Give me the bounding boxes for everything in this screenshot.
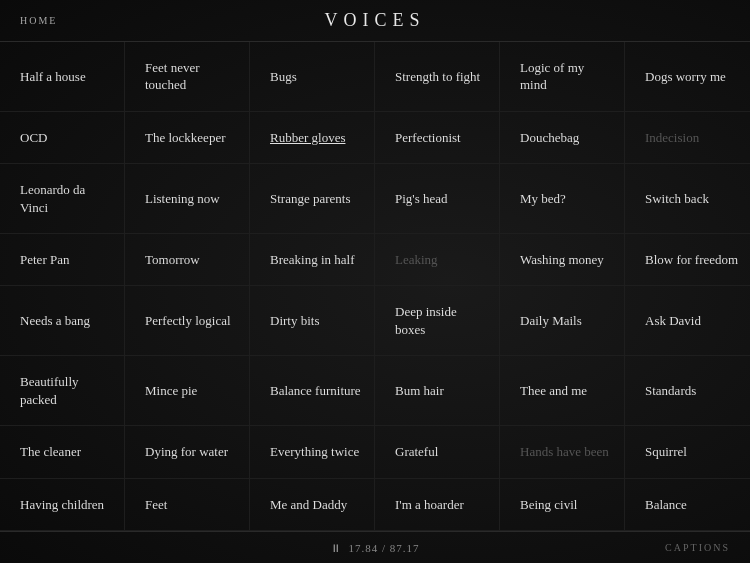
captions-button[interactable]: CAPTIONS: [665, 542, 730, 553]
track-cell[interactable]: Strength to fight: [375, 42, 500, 112]
pause-icon[interactable]: ⏸: [330, 542, 342, 554]
track-cell[interactable]: Deep inside boxes: [375, 286, 500, 356]
track-cell[interactable]: Hands have been: [500, 426, 625, 478]
track-cell[interactable]: Douchebag: [500, 112, 625, 164]
track-cell[interactable]: Balance: [625, 479, 750, 531]
track-cell[interactable]: Being civil: [500, 479, 625, 531]
track-cell[interactable]: Pig's head: [375, 164, 500, 234]
track-cell[interactable]: Ask David: [625, 286, 750, 356]
track-cell[interactable]: Beautifully packed: [0, 356, 125, 426]
track-cell[interactable]: Blow for freedom: [625, 234, 750, 286]
home-link[interactable]: HOME: [20, 15, 57, 26]
track-cell[interactable]: Dying for water: [125, 426, 250, 478]
track-cell[interactable]: Dirty bits: [250, 286, 375, 356]
track-cell[interactable]: Half a house: [0, 42, 125, 112]
track-cell[interactable]: Me and Daddy: [250, 479, 375, 531]
app-container: HOME VOICES Half a houseFeet never touch…: [0, 0, 750, 563]
track-cell[interactable]: Tomorrow: [125, 234, 250, 286]
track-cell[interactable]: Balance furniture: [250, 356, 375, 426]
track-cell[interactable]: Everything twice: [250, 426, 375, 478]
track-cell[interactable]: Logic of my mind: [500, 42, 625, 112]
track-cell[interactable]: Standards: [625, 356, 750, 426]
track-cell[interactable]: The lockkeeper: [125, 112, 250, 164]
timecode-value: 17.84 / 87.17: [348, 542, 419, 554]
track-cell[interactable]: Needs a bang: [0, 286, 125, 356]
track-cell[interactable]: Having children: [0, 479, 125, 531]
track-cell[interactable]: Breaking in half: [250, 234, 375, 286]
track-cell[interactable]: Thee and me: [500, 356, 625, 426]
track-cell[interactable]: Leaking: [375, 234, 500, 286]
track-cell[interactable]: Bum hair: [375, 356, 500, 426]
track-cell[interactable]: Daily Mails: [500, 286, 625, 356]
track-cell[interactable]: Leonardo da Vinci: [0, 164, 125, 234]
tracks-grid: Half a houseFeet never touchedBugsStreng…: [0, 42, 750, 531]
track-cell[interactable]: Listening now: [125, 164, 250, 234]
track-cell[interactable]: Washing money: [500, 234, 625, 286]
track-cell[interactable]: Switch back: [625, 164, 750, 234]
track-cell[interactable]: Perfectionist: [375, 112, 500, 164]
track-cell[interactable]: Bugs: [250, 42, 375, 112]
track-cell[interactable]: Strange parents: [250, 164, 375, 234]
track-cell[interactable]: Peter Pan: [0, 234, 125, 286]
track-cell[interactable]: Grateful: [375, 426, 500, 478]
track-cell[interactable]: Indecision: [625, 112, 750, 164]
timecode-display: ⏸ 17.84 / 87.17: [330, 542, 419, 554]
track-cell[interactable]: Squirrel: [625, 426, 750, 478]
track-cell[interactable]: Feet never touched: [125, 42, 250, 112]
track-cell[interactable]: Feet: [125, 479, 250, 531]
track-cell[interactable]: Dogs worry me: [625, 42, 750, 112]
track-cell[interactable]: The cleaner: [0, 426, 125, 478]
footer: ⏸ 17.84 / 87.17 CAPTIONS: [0, 531, 750, 563]
track-cell[interactable]: Mince pie: [125, 356, 250, 426]
track-cell[interactable]: Rubber gloves: [250, 112, 375, 164]
header: HOME VOICES: [0, 0, 750, 42]
track-cell[interactable]: I'm a hoarder: [375, 479, 500, 531]
track-cell[interactable]: My bed?: [500, 164, 625, 234]
page-title: VOICES: [324, 10, 425, 31]
track-cell[interactable]: OCD: [0, 112, 125, 164]
track-cell[interactable]: Perfectly logical: [125, 286, 250, 356]
